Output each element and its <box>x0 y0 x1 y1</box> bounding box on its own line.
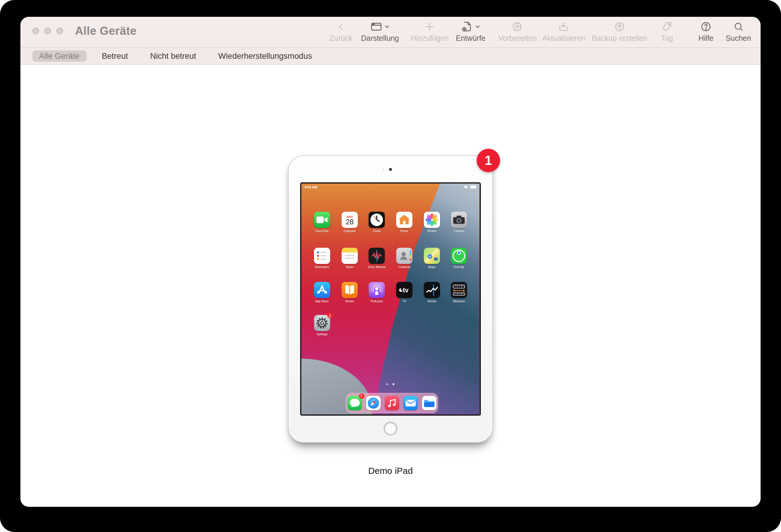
home-app-stocks: Stocks <box>419 282 445 303</box>
app-label: Voice Memos <box>368 265 386 269</box>
dock: 1 <box>345 393 438 413</box>
app-label: Clock <box>373 229 380 233</box>
toolbar-label: Aktualisieren <box>542 34 585 43</box>
voicememos-icon <box>369 248 385 264</box>
toolbar-backup-button[interactable]: Backup erstellen <box>592 20 648 43</box>
sensor-dot-icon <box>383 169 384 170</box>
device-screen: 9:41 AM FaceTimeWED28CalendarClockHomePh… <box>300 182 481 415</box>
app-label: Photos <box>427 229 437 233</box>
home-app-podcasts: Podcasts <box>364 282 390 303</box>
app-label: Stocks <box>427 299 437 303</box>
toolbar-label: Entwürfe <box>456 34 486 43</box>
home-app-voicememos: Voice Memos <box>364 248 390 269</box>
home-app-books: Books <box>336 282 363 303</box>
app-label: Settings <box>317 332 327 336</box>
findmy-icon <box>451 248 467 264</box>
home-app-maps: Maps <box>419 248 445 269</box>
app-label: Camera <box>454 229 464 233</box>
app-label: Reminders <box>315 265 329 269</box>
toolbar-label: Backup erstellen <box>592 34 648 43</box>
camera-icon <box>451 212 467 228</box>
toolbar-label: Hinzufügen <box>411 34 449 43</box>
screenshot-root: Alle Geräte ZurückDarstellungHinzufügenE… <box>0 0 781 532</box>
toolbar-add-button[interactable]: Hinzufügen <box>411 20 449 43</box>
home-app-facetime: FaceTime <box>309 212 335 233</box>
content-area: 9:41 AM FaceTimeWED28CalendarClockHomePh… <box>20 65 761 507</box>
calendar-day: 28 <box>346 218 354 225</box>
magnifier-icon <box>733 20 744 33</box>
home-app-camera: Camera <box>446 212 472 233</box>
appstore-icon <box>314 282 330 298</box>
svg-text:tv: tv <box>403 287 409 294</box>
app-label: Find My <box>454 265 464 269</box>
tab-alle-ger-te[interactable]: Alle Geräte <box>32 50 86 62</box>
home-app-settings: 1Settings <box>309 315 335 336</box>
page-dot <box>392 383 395 385</box>
minimize-button[interactable] <box>44 28 51 34</box>
home-icon <box>396 212 412 228</box>
app-notification-badge: 1 <box>359 393 364 399</box>
tab-nicht-betreut[interactable]: Nicht betreut <box>143 50 203 62</box>
home-app-calendar: WED28Calendar <box>336 212 363 233</box>
app-label: Measure <box>453 299 465 303</box>
app-label: Podcasts <box>370 299 383 303</box>
toolbar-back-button[interactable]: Zurück <box>330 20 353 43</box>
toolbar-view-button[interactable]: Darstellung <box>361 20 399 43</box>
podcasts-icon <box>369 282 385 298</box>
calendar-icon: WED28 <box>341 212 358 228</box>
toolbar-help-button[interactable]: Hilfe <box>698 20 713 43</box>
home-app-measure: Measure <box>446 282 472 303</box>
toolbar-label: Suchen <box>726 34 751 43</box>
measure-icon <box>451 282 467 298</box>
home-app-clock: Clock <box>364 212 390 233</box>
toolbar-update-button[interactable]: Aktualisieren <box>542 20 585 43</box>
settings-icon: 1 <box>314 315 330 331</box>
window-title: Alle Geräte <box>75 25 136 38</box>
app-label: Books <box>345 299 354 303</box>
wifi-icon <box>463 185 468 189</box>
tag-icon <box>661 20 673 33</box>
home-app-tv: tvTV <box>391 282 417 303</box>
app-label: TV <box>403 299 406 303</box>
toolbar-prepare-button[interactable]: Vorbereiten <box>498 20 537 43</box>
dock-safari-icon <box>366 396 380 410</box>
document-plus-icon <box>461 20 481 33</box>
device-name-label: Demo iPad <box>20 466 761 476</box>
zoom-button[interactable] <box>56 28 63 34</box>
device-notification-badge: 1 <box>477 149 500 172</box>
toolbar-label: Vorbereiten <box>498 34 537 43</box>
stocks-icon <box>424 282 440 298</box>
tab-betreut[interactable]: Betreut <box>95 50 134 62</box>
home-app-notes: Notes <box>336 248 363 269</box>
title-toolbar: Alle Geräte ZurückDarstellungHinzufügenE… <box>20 17 761 48</box>
toolbar-tag-button[interactable]: Tag <box>661 20 673 43</box>
home-app-appstore: App Store <box>309 282 335 303</box>
home-app-photos: Photos <box>419 212 445 233</box>
status-time: 9:41 AM <box>305 185 317 189</box>
toolbar-label: Zurück <box>330 34 353 43</box>
close-button[interactable] <box>32 28 39 34</box>
traffic-lights <box>32 28 63 34</box>
app-label: FaceTime <box>316 229 329 233</box>
toolbar-search-button[interactable]: Suchen <box>726 20 751 43</box>
device-preview[interactable]: 9:41 AM FaceTimeWED28CalendarClockHomePh… <box>288 156 493 443</box>
home-button <box>383 422 398 435</box>
page-dots <box>301 383 479 385</box>
photos-icon <box>424 212 440 228</box>
dock-files-icon <box>422 396 436 410</box>
dock-music-icon <box>384 396 399 410</box>
plus-icon <box>424 20 436 33</box>
toolbar-label: Darstellung <box>361 34 399 43</box>
window-icon <box>370 20 390 33</box>
dial-icon <box>511 20 524 33</box>
app-label: Home <box>400 229 409 233</box>
toolbar-blueprints-button[interactable]: Entwürfe <box>456 20 486 43</box>
app-label: Calendar <box>344 229 356 233</box>
tab-wiederherstellungsmodus[interactable]: Wiederherstellungsmodus <box>212 50 319 62</box>
question-circle-icon <box>700 20 712 33</box>
books-icon <box>341 282 358 298</box>
chevron-left-icon <box>336 20 346 33</box>
dock-mail-icon <box>403 396 417 410</box>
configurator-window: Alle Geräte ZurückDarstellungHinzufügenE… <box>20 17 761 507</box>
app-notification-badge: 1 <box>327 312 333 318</box>
